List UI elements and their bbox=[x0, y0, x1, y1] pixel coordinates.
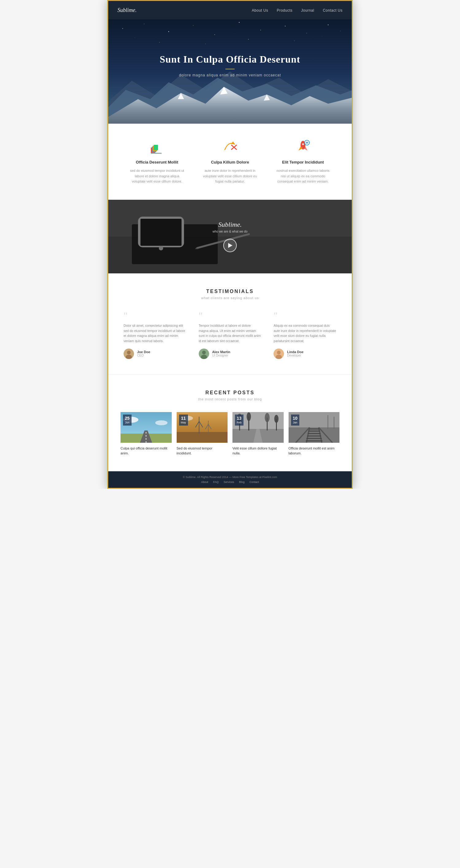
nav-about[interactable]: About Us bbox=[252, 8, 268, 12]
svg-point-79 bbox=[247, 412, 251, 421]
testimonial-1-role: CEO bbox=[137, 354, 150, 357]
svg-point-52 bbox=[202, 351, 206, 354]
nav-journal[interactable]: Journal bbox=[301, 8, 314, 12]
footer-link-about[interactable]: About bbox=[201, 480, 208, 484]
svg-point-15 bbox=[248, 39, 249, 39]
post-4-date: 10 Jan bbox=[291, 414, 300, 426]
svg-rect-64 bbox=[177, 432, 228, 443]
svg-point-16 bbox=[294, 40, 295, 41]
post-3-title: Velit esse cillum dollore fugiat nulla. bbox=[232, 446, 284, 456]
testimonials-title: TESTIMONIALS bbox=[121, 289, 339, 294]
post-2[interactable]: 11 May Sed do eiusmod tempor incididunt. bbox=[177, 412, 228, 456]
svg-point-35 bbox=[302, 143, 304, 145]
feature-3-text: nostrud exercitation ullamco laboris nis… bbox=[275, 168, 331, 184]
testimonial-3-author-info: Linda Doe Developer bbox=[287, 350, 303, 357]
testimonial-3-author: Linda Doe Developer bbox=[273, 348, 336, 359]
nav-contact[interactable]: Contact Us bbox=[323, 8, 342, 12]
footer: © Sublime. All Rights Reserved 2014 — Mo… bbox=[108, 471, 352, 488]
video-tagline: who we are & what we do bbox=[212, 230, 248, 233]
arrows-icon bbox=[222, 139, 238, 154]
page-frame: Sublime. About Us Products Journal Conta… bbox=[107, 0, 353, 489]
feature-1-text: sed do eiusmod tempor incididunt ut labo… bbox=[129, 168, 185, 184]
posts-title: RECENT POSTS bbox=[121, 390, 339, 396]
feature-3: Elit Tempor Incididunt nostrud exercitat… bbox=[269, 139, 337, 184]
post-3-date: 13 Feb bbox=[235, 414, 243, 426]
post-1-date: 25 Jun bbox=[123, 414, 132, 426]
books-icon bbox=[149, 139, 165, 154]
feature-2-title: Culpa Killum Dolore bbox=[202, 160, 258, 164]
feature-3-title: Elit Tempor Incididunt bbox=[275, 160, 331, 164]
svg-point-81 bbox=[265, 413, 269, 422]
svg-point-55 bbox=[277, 351, 281, 354]
svg-point-49 bbox=[127, 351, 131, 354]
feature-2: Culpa Killum Dolore aute irure dolor in … bbox=[196, 139, 264, 184]
svg-point-83 bbox=[274, 415, 278, 423]
svg-point-5 bbox=[215, 34, 215, 35]
navbar: Sublime. About Us Products Journal Conta… bbox=[108, 1, 352, 19]
footer-links: About FAQ Services Blog Contact bbox=[118, 480, 342, 484]
post-4-image: 10 Jan bbox=[289, 412, 340, 443]
nav-links: About Us Products Journal Contact Us bbox=[252, 7, 342, 13]
hero-divider bbox=[225, 69, 235, 69]
post-3-image: 13 Feb bbox=[232, 412, 284, 443]
testimonial-3-name: Linda Doe bbox=[287, 350, 303, 354]
post-2-title: Sed do eiusmod tempor incididunt. bbox=[177, 446, 228, 456]
footer-text: © Sublime. All Rights Reserved 2014 — Mo… bbox=[118, 475, 342, 478]
testimonial-1-text: Dolor sit amet, consectetur adipisicing … bbox=[124, 323, 187, 344]
svg-point-3 bbox=[168, 31, 169, 32]
hero-subtitle: dolore magna aliqua enim ad minim veniam… bbox=[160, 73, 300, 77]
testimonials-subtitle: what clients are saying about us bbox=[121, 296, 339, 300]
svg-point-10 bbox=[328, 25, 328, 25]
feature-1: Officia Deserunt Mollit sed do eiusmod t… bbox=[123, 139, 191, 184]
posts-subtitle: the most recent posts from our blog bbox=[121, 397, 339, 401]
post-4-title: Officia deserunt mollit est anim laborum… bbox=[289, 446, 340, 456]
testimonial-2-text: Tempor incididunt ut labore et dolore ma… bbox=[199, 323, 262, 344]
footer-link-faq[interactable]: FAQ bbox=[213, 480, 219, 484]
svg-point-13 bbox=[159, 42, 160, 43]
testimonial-1-avatar bbox=[124, 348, 134, 359]
testimonial-1-author-info: Joe Doe CEO bbox=[137, 350, 150, 357]
video-brand: Sublime. bbox=[212, 221, 248, 228]
play-triangle-icon bbox=[228, 243, 232, 248]
svg-rect-27 bbox=[154, 145, 158, 150]
post-1-title: Culpa qui officia deserunt mollit anim. bbox=[121, 446, 172, 456]
testimonial-2-avatar bbox=[199, 348, 209, 359]
svg-point-1 bbox=[122, 28, 123, 29]
feature-1-title: Officia Deserunt Mollit bbox=[129, 160, 185, 164]
svg-point-62 bbox=[155, 420, 167, 425]
testimonials-grid: " Dolor sit amet, consectetur adipisicin… bbox=[121, 311, 339, 359]
testimonial-2: " Tempor incididunt ut labore et dolore … bbox=[196, 311, 265, 359]
svg-point-39 bbox=[306, 142, 307, 143]
svg-point-12 bbox=[135, 37, 135, 38]
footer-link-blog[interactable]: Blog bbox=[239, 480, 245, 484]
svg-point-6 bbox=[239, 22, 240, 23]
footer-link-services[interactable]: Services bbox=[224, 480, 234, 484]
testimonial-3: " Aliquip ex ea commodo consequat duis a… bbox=[270, 311, 339, 359]
svg-point-14 bbox=[205, 43, 205, 44]
post-2-image: 11 May bbox=[177, 412, 228, 443]
post-3[interactable]: 13 Feb Velit esse cillum dollore fugiat … bbox=[232, 412, 284, 456]
svg-point-11 bbox=[340, 31, 340, 31]
quote-mark-3: " bbox=[273, 311, 336, 321]
post-2-date: 11 May bbox=[179, 414, 188, 426]
post-1[interactable]: 25 Jun Culpa qui officia deserunt mollit… bbox=[121, 412, 172, 456]
post-1-image: 25 Jun bbox=[121, 412, 172, 443]
testimonial-1: " Dolor sit amet, consectetur adipisicin… bbox=[121, 311, 190, 359]
play-button[interactable] bbox=[223, 239, 237, 252]
posts-grid: 25 Jun Culpa qui officia deserunt mollit… bbox=[121, 412, 339, 456]
testimonial-2-author-info: Alex Martin UI Designer bbox=[212, 350, 230, 357]
testimonial-1-name: Joe Doe bbox=[137, 350, 150, 354]
video-section: Sublime. who we are & what we do bbox=[108, 200, 352, 273]
quote-mark-2: " bbox=[199, 311, 262, 321]
testimonial-2-author: Alex Martin UI Designer bbox=[199, 348, 262, 359]
nav-products[interactable]: Products bbox=[276, 8, 292, 12]
post-4[interactable]: 10 Jan Officia deserunt mollit est anim … bbox=[289, 412, 340, 456]
feature-2-text: aute irure dolor in reprehenderit in vol… bbox=[202, 168, 258, 184]
footer-link-contact[interactable]: Contact bbox=[250, 480, 259, 484]
hero-content: Sunt In Culpa Officia Deserunt dolore ma… bbox=[160, 54, 300, 77]
svg-point-9 bbox=[306, 33, 307, 33]
svg-rect-28 bbox=[151, 153, 162, 154]
testimonial-2-name: Alex Martin bbox=[212, 350, 230, 354]
svg-point-4 bbox=[193, 25, 193, 26]
hero-section: Sunt In Culpa Officia Deserunt dolore ma… bbox=[108, 19, 352, 124]
